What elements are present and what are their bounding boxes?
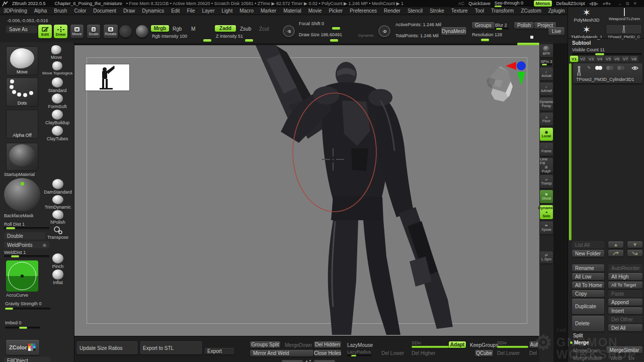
- zcolor-button[interactable]: ZColor: [6, 340, 39, 355]
- menu-draw[interactable]: Draw: [120, 8, 138, 14]
- merge-button[interactable]: Merge: [570, 340, 589, 345]
- displacement-toggle-icon[interactable]: [617, 66, 624, 70]
- menu-brush[interactable]: Brush: [50, 8, 70, 14]
- dynamic-label[interactable]: Dynamic: [358, 33, 374, 38]
- all-low-button[interactable]: All Low: [572, 273, 604, 280]
- mirror-and-weld-button[interactable]: Mirror And Weld: [250, 350, 313, 356]
- transp-button[interactable]: ▱Transp: [540, 175, 553, 188]
- zadd-button[interactable]: Zadd: [215, 25, 236, 32]
- canvas-viewport[interactable]: [74, 45, 539, 336]
- resolution-dot-button[interactable]: [530, 36, 533, 39]
- visible-count-slider[interactable]: Visible Count 11: [572, 47, 641, 55]
- imbed-slider[interactable]: Imbed 0: [5, 320, 40, 329]
- qcube-button[interactable]: QCube: [475, 350, 493, 356]
- close-holes-button[interactable]: Close Holes: [314, 350, 341, 356]
- brush-item-claytubes[interactable]: ClayTubes: [42, 126, 72, 141]
- menus-toggle-button[interactable]: Menus: [534, 1, 552, 7]
- right-tray-slide-icon[interactable]: ◂❖▸: [602, 1, 611, 6]
- groups-split-button[interactable]: Groups Split: [250, 341, 280, 348]
- rotate-mode-button[interactable]: R Rotate: [104, 25, 118, 38]
- paste-button[interactable]: Paste: [608, 290, 642, 297]
- mrgb-button[interactable]: Mrgb: [151, 25, 169, 32]
- move-to-folder-up-icon[interactable]: [608, 250, 623, 256]
- menu-edit[interactable]: Edit: [168, 8, 183, 14]
- xpose-button[interactable]: ⇹Xpose: [540, 221, 553, 234]
- del-hidden-button[interactable]: Del Hidden: [314, 341, 341, 348]
- auto-reorder-button[interactable]: AutoReorder: [608, 264, 642, 272]
- subtool-scrollbar[interactable]: [569, 63, 572, 240]
- stroke-thumbnail-dots[interactable]: Dots: [6, 77, 38, 107]
- tab-v8[interactable]: V8: [630, 56, 638, 62]
- alpha-thumbnail[interactable]: Alpha Off: [6, 110, 38, 139]
- menu-material[interactable]: Material: [280, 8, 305, 14]
- tab-v2[interactable]: V2: [579, 56, 587, 62]
- menu-texture[interactable]: Texture: [448, 8, 471, 14]
- brush-item-standard[interactable]: Standard: [42, 77, 72, 93]
- append-button[interactable]: Append: [608, 299, 642, 306]
- default-zscript-button[interactable]: DefaultZScript: [556, 1, 585, 6]
- polyframe-button[interactable]: Line Fill⊞PolyF: [540, 158, 553, 173]
- live-button[interactable]: Live: [548, 27, 565, 35]
- backface-mask-preview[interactable]: [4, 178, 41, 212]
- uv-button[interactable]: Uv: [628, 355, 634, 361]
- all-to-target-button[interactable]: All To Target: [608, 282, 642, 289]
- sculpt-brush-icon[interactable]: ✎: [587, 65, 591, 70]
- restore-icon[interactable]: ⧉: [626, 1, 629, 7]
- del-lower-button[interactable]: Del Lower: [381, 350, 404, 356]
- lsym-button[interactable]: ⇄L.Sym: [540, 251, 553, 263]
- new-folder-button[interactable]: New Folder: [572, 250, 604, 257]
- lazyradius-slider[interactable]: LazyRadius: [347, 349, 371, 356]
- duplicate-button[interactable]: Duplicate: [572, 299, 604, 314]
- del-button-truncated[interactable]: Del: [529, 350, 537, 356]
- sdiv-slider[interactable]: SDiv: [412, 340, 452, 348]
- tab-v4[interactable]: V4: [596, 56, 604, 62]
- brush-item-inflat[interactable]: Inflat: [45, 269, 70, 285]
- m-button[interactable]: M: [191, 26, 195, 32]
- zsub-button[interactable]: Zsub: [240, 26, 251, 32]
- rgb-button[interactable]: Rgb: [173, 26, 182, 32]
- menu-zcustom[interactable]: ZCustom: [517, 8, 545, 14]
- del-all-button[interactable]: Del All: [608, 324, 642, 331]
- brush-item-formsoft[interactable]: FormSoft: [42, 94, 72, 109]
- active-brush-thumbnail[interactable]: Move: [6, 46, 38, 75]
- stroke-preview-icon[interactable]: [119, 25, 132, 38]
- move-up-button[interactable]: ▲: [608, 241, 623, 248]
- subtool-list-item[interactable]: ✎ TPose2_PM3D_Cylinder3D1: [573, 63, 642, 83]
- menu-tool[interactable]: Tool: [471, 8, 488, 14]
- material-thumbnail[interactable]: [6, 143, 38, 171]
- brush-item-trimdynamic[interactable]: TrimDynamic: [42, 195, 73, 210]
- groups-button[interactable]: Groups: [472, 22, 495, 29]
- keepgroups-button[interactable]: KeepGroups: [470, 342, 498, 348]
- actual-size-button[interactable]: ⌕Actual: [540, 67, 553, 80]
- sdiv-slider-2[interactable]: SDiv: [497, 340, 528, 348]
- ac-button[interactable]: AC: [458, 1, 465, 6]
- minimize-icon[interactable]: ⌄: [618, 1, 622, 6]
- perspective-button[interactable]: DynamicPersp: [540, 98, 553, 111]
- rename-button[interactable]: Rename: [572, 264, 604, 272]
- menu-dynamics[interactable]: Dynamics: [138, 8, 168, 14]
- menu-transform[interactable]: Transform: [488, 8, 517, 14]
- blur-slider[interactable]: Blur 2: [495, 22, 509, 30]
- del-higher-button[interactable]: Del Higher: [412, 350, 435, 356]
- fill-object-button[interactable]: FillObject: [4, 357, 50, 362]
- menu-stroke[interactable]: Stroke: [426, 8, 448, 14]
- brush-item-claybuildup[interactable]: ClayBuildup: [42, 110, 72, 125]
- uv-toggle-icon[interactable]: [606, 66, 613, 70]
- tool-item-polymesh3d[interactable]: ✶ PolyMesh3D: [570, 8, 603, 23]
- frame-button[interactable]: ⁘Frame: [540, 143, 553, 156]
- delete-button[interactable]: Delete: [572, 316, 604, 331]
- double-button[interactable]: Double: [4, 232, 45, 239]
- aahalf-button[interactable]: ⌕AAHalf: [540, 82, 553, 96]
- move-mode-button[interactable]: M Move: [70, 25, 84, 38]
- export-to-stl-button[interactable]: Export to STL: [140, 341, 202, 354]
- menu-macro[interactable]: Macro: [236, 8, 257, 14]
- tab-v5[interactable]: V5: [604, 56, 612, 62]
- menu-marker[interactable]: Marker: [257, 8, 280, 14]
- dynamesh-button[interactable]: DynaMesh: [441, 27, 466, 35]
- accucurve-graph[interactable]: [6, 260, 38, 292]
- stroke-type-icon[interactable]: ◦S: [283, 25, 295, 37]
- see-through-slider[interactable]: See-through 0: [495, 1, 530, 7]
- gravity-strength-slider[interactable]: Gravity Strength 0: [5, 301, 50, 310]
- all-high-button[interactable]: All High: [608, 273, 642, 280]
- brush-item-move[interactable]: Move: [40, 45, 72, 60]
